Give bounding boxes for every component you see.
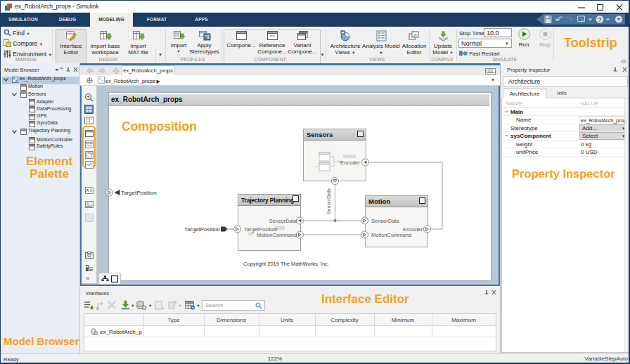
svg-text:A: A <box>86 188 89 193</box>
svg-text:?: ? <box>598 16 601 23</box>
